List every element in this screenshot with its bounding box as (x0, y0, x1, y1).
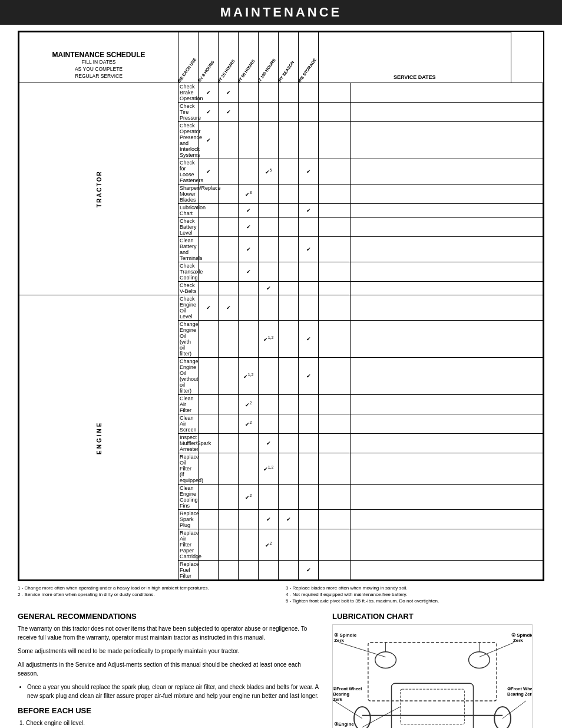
col-header-every-season: EVERY SEASON (279, 32, 299, 83)
footnote-5: 5 - Tighten front axle pivot bolt to 35 … (286, 598, 544, 604)
maintenance-schedule-wrapper: MAINTENANCE SCHEDULE FILL IN DATES AS YO… (18, 31, 544, 581)
ck-brake-4 (259, 83, 279, 103)
svg-text:Bearing Zerk: Bearing Zerk (507, 691, 533, 697)
general-rec-para-3: All adjustments in the Service and Adjus… (18, 660, 320, 678)
svg-text:Zerk: Zerk (513, 637, 523, 643)
tractor-section-label: TRACTOR (19, 83, 178, 295)
footnote-4: 4 - Not required if equipped with mainte… (286, 591, 544, 598)
task-change-oil-with-filter: Change Engine Oil (with oil filter) (178, 321, 199, 358)
lubrication-diagram: ② Spindle Zerk ② Spindle Zerk ②Front Whe… (332, 624, 533, 728)
general-rec-heading: GENERAL RECOMMENDATIONS (18, 612, 320, 621)
task-replace-air-filter-cartridge: Replace Air Filter Paper Cartridge (178, 529, 199, 561)
engine-row-1: ENGINE Check Engine Oil Level ✔ ✔ (19, 295, 543, 321)
svg-text:③Engine: ③Engine (334, 721, 354, 726)
general-rec-para-1: The warranty on this tractor does not co… (18, 624, 320, 642)
svg-rect-0 (368, 642, 497, 700)
schedule-title-header: MAINTENANCE SCHEDULE FILL IN DATES AS YO… (19, 32, 178, 83)
svg-text:② Spindle: ② Spindle (511, 632, 533, 637)
footnotes-left: 1 - Change more often when operating und… (18, 585, 276, 605)
task-lubrication: Lubrication Chart (178, 204, 199, 218)
service-dates-header: SERVICE DATES (319, 32, 511, 83)
schedule-main-title: MAINTENANCE SCHEDULE (23, 51, 174, 59)
svg-text:Bearing: Bearing (333, 691, 349, 697)
footnote-1: 1 - Change more often when operating und… (18, 585, 276, 591)
task-clean-air-screen: Clean Air Screen (178, 414, 199, 434)
left-column: GENERAL RECOMMENDATIONS The warranty on … (18, 612, 320, 728)
svg-line-25 (503, 701, 526, 719)
svg-point-9 (494, 707, 511, 728)
svg-text:②Front Wheel: ②Front Wheel (333, 686, 362, 691)
general-rec-para-2: Some adjustments will need to be made pe… (18, 647, 320, 655)
svg-rect-5 (392, 683, 474, 728)
before-each-use-heading: BEFORE EACH USE (18, 706, 320, 715)
general-rec-bullets: Once a year you should replace the spark… (18, 683, 320, 700)
lub-chart-heading: LUBRICATION CHART (332, 612, 544, 621)
svg-text:Zerk: Zerk (333, 697, 343, 702)
ck-brake-6 (299, 83, 319, 103)
ck-brake-2: ✔ (219, 83, 239, 103)
col-header-every-50: EVERY 50 HOURS (239, 32, 259, 83)
task-check-brake: Check Brake Operation (178, 83, 199, 103)
ck-brake-3 (239, 83, 259, 103)
beu-item-1: Check engine oil level. (26, 719, 320, 728)
service-dates-brake (351, 83, 543, 103)
col-header-before-storage: BEFORE STORAGE (299, 32, 319, 83)
footnotes-right: 3 - Replace blades more often when mowin… (286, 585, 544, 605)
task-replace-oil-filter: Replace Oil Filter (if equipped) (178, 453, 199, 485)
svg-text:Zerk: Zerk (334, 637, 344, 643)
task-replace-fuel-filter: Replace Fuel Filter (178, 561, 199, 580)
task-change-oil-without-filter: Change Engine Oil (without oil filter) (178, 358, 199, 395)
svg-text:②Front Wheel: ②Front Wheel (507, 686, 533, 691)
svg-point-1 (375, 651, 396, 668)
svg-point-8 (354, 707, 371, 728)
right-column: LUBRICATION CHART (332, 612, 544, 728)
svg-line-21 (334, 701, 362, 719)
footnote-3: 3 - Replace blades more often when mowin… (286, 585, 544, 591)
general-rec-bullet-1: Once a year you should replace the spark… (27, 683, 320, 700)
footnotes-section: 1 - Change more often when operating und… (18, 585, 544, 605)
svg-text:② Spindle: ② Spindle (334, 632, 356, 637)
page-title: MAINTENANCE (0, 5, 562, 20)
col-header-every-25: EVERY 25 HOURS (219, 32, 239, 83)
task-muffler: Inspect Muffler/Spark Arrester (178, 434, 199, 453)
col-header-every-8: EVERY 8 HOURS (199, 32, 219, 83)
page-header: MAINTENANCE (0, 0, 562, 25)
svg-rect-6 (400, 689, 464, 724)
tractor-row-1: TRACTOR Check Brake Operation ✔ ✔ (19, 83, 543, 103)
ck-brake-5 (279, 83, 299, 103)
svg-point-3 (469, 651, 490, 668)
svg-line-15 (339, 642, 385, 657)
schedule-subtitle: FILL IN DATES AS YOU COMPLETE REGULAR SE… (23, 59, 174, 80)
task-transaxle: Check Transaxle Cooling (178, 262, 199, 282)
engine-section-label: ENGINE (19, 295, 178, 580)
task-check-operator: Check Operator Presence and Interlock Sy… (178, 122, 199, 159)
before-each-use-list: Check engine oil level. Check brake oper… (18, 719, 320, 728)
col-header-before-each-use: BEFORE EACH USE (178, 32, 199, 83)
task-vbelts: Check V-Belts (178, 282, 199, 295)
task-check-tire: Check Tire Pressure (178, 103, 199, 122)
task-check-engine-oil: Check Engine Oil Level (178, 295, 199, 321)
bottom-section: GENERAL RECOMMENDATIONS The warranty on … (18, 612, 544, 728)
task-clean-cooling-fins: Clean Engine Cooling Fins (178, 485, 199, 510)
col-header-every-100: EVERY 100 HOURS (259, 32, 279, 83)
task-clean-air-filter: Clean Air Filter (178, 395, 199, 414)
task-loose-fasteners: Check for Loose Fasteners (178, 159, 199, 185)
main-content: MAINTENANCE SCHEDULE FILL IN DATES AS YO… (0, 31, 562, 728)
maintenance-schedule-table: MAINTENANCE SCHEDULE FILL IN DATES AS YO… (19, 32, 543, 580)
task-battery-level: Check Battery Level (178, 218, 199, 237)
task-clean-battery: Clean Battery and Terminals (178, 237, 199, 262)
task-sharpen-blades: Sharpen/Replace Mower Blades (178, 185, 199, 204)
footnote-2: 2 - Service more often when operating in… (18, 591, 276, 598)
ck-brake-7 (319, 83, 351, 103)
task-replace-spark-plug: Replace Spark Plug (178, 510, 199, 529)
